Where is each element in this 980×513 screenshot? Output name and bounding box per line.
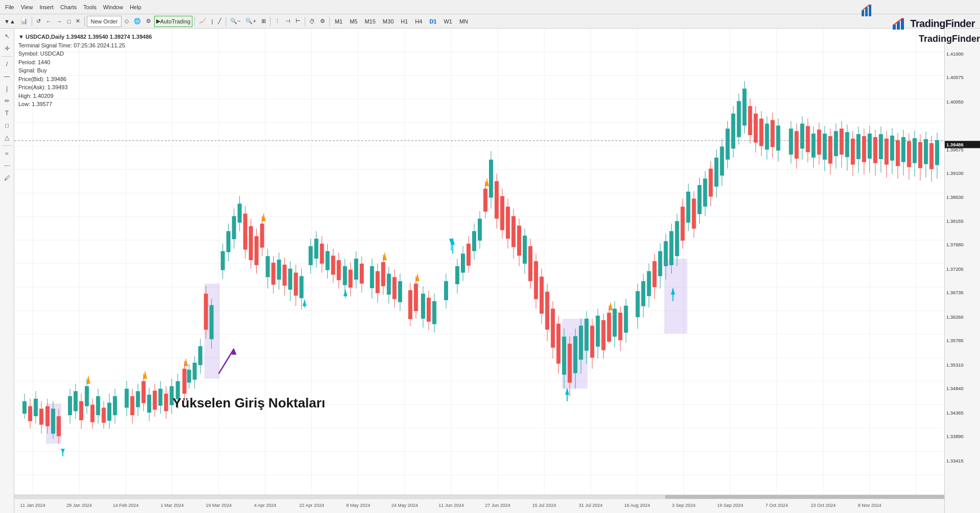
left-tool-5[interactable]: | xyxy=(2,83,13,94)
svg-rect-146 xyxy=(288,269,292,290)
menu-help[interactable]: Help xyxy=(127,1,144,13)
toolbar-zoom-out-btn[interactable]: 🔍− xyxy=(228,16,242,27)
toolbar-refresh-btn[interactable]: ↺ xyxy=(34,16,43,27)
menu-view[interactable]: View xyxy=(18,1,36,13)
svg-text:14 Feb 2024: 14 Feb 2024 xyxy=(113,503,139,508)
svg-rect-224 xyxy=(495,181,499,219)
left-tool-3[interactable]: / xyxy=(2,59,13,70)
chart-body: ▼ USDCAD,Daily 1.39482 1.39540 1.39274 1… xyxy=(14,29,944,513)
svg-rect-271 xyxy=(612,309,617,337)
toolbar-more2-btn[interactable]: ⊢ xyxy=(293,16,303,27)
svg-rect-81 xyxy=(125,389,129,407)
tf-w1[interactable]: W1 xyxy=(440,16,455,27)
svg-rect-312 xyxy=(726,129,730,160)
left-tool-2[interactable]: ✛ xyxy=(2,43,13,54)
left-tool-11[interactable]: ⋯ xyxy=(2,160,13,171)
svg-rect-71 xyxy=(90,405,94,422)
toolbar-bookmark-btn[interactable]: ◇ xyxy=(122,16,131,27)
menu-charts[interactable]: Charts xyxy=(57,1,80,13)
logo-text: TradingFinder xyxy=(919,34,980,44)
svg-text:1.37205: 1.37205 xyxy=(946,266,964,272)
svg-rect-130 xyxy=(249,226,253,260)
toolbar-settings-btn[interactable]: ⚙ xyxy=(318,16,327,27)
tf-m30[interactable]: M30 xyxy=(380,16,397,27)
svg-rect-354 xyxy=(851,139,855,165)
svg-rect-253 xyxy=(573,336,577,373)
tf-h1[interactable]: H1 xyxy=(398,16,411,27)
toolbar-line-btn[interactable]: ╱ xyxy=(216,16,224,27)
tf-m15[interactable]: M15 xyxy=(361,16,378,27)
svg-rect-126 xyxy=(237,203,241,222)
tf-h4[interactable]: H4 xyxy=(412,16,425,27)
auto-trading-btn[interactable]: ▶ AutoTrading xyxy=(154,16,193,27)
toolbar-indicator-btn[interactable]: ⋮ xyxy=(273,16,282,27)
toolbar-arrow-btn[interactable]: ▼▲ xyxy=(2,16,17,27)
svg-rect-259 xyxy=(584,319,589,351)
left-tool-8[interactable]: □ xyxy=(2,120,13,131)
auto-trading-label: AutoTrading xyxy=(160,18,191,24)
svg-rect-128 xyxy=(243,214,247,250)
svg-rect-53 xyxy=(45,406,50,426)
new-order-button[interactable]: New Order xyxy=(87,16,121,27)
toolbar-candle-btn[interactable]: 📈 xyxy=(197,16,208,27)
svg-rect-214 xyxy=(472,231,476,251)
svg-rect-158 xyxy=(320,244,324,264)
svg-rect-73 xyxy=(96,396,100,415)
left-tool-6[interactable]: ✏ xyxy=(2,95,13,107)
svg-rect-144 xyxy=(283,265,287,286)
svg-rect-97 xyxy=(164,394,168,411)
svg-rect-265 xyxy=(601,320,605,350)
tf-d1[interactable]: D1 xyxy=(426,16,439,27)
left-tool-1[interactable]: ↖ xyxy=(2,31,13,42)
time-axis-svg: 11 Jan 2024 29 Jan 2024 14 Feb 2024 1 Ma… xyxy=(14,499,944,513)
svg-rect-142 xyxy=(277,260,281,279)
svg-rect-285 xyxy=(658,251,662,276)
menu-file[interactable]: File xyxy=(2,1,17,13)
svg-rect-322 xyxy=(754,114,758,143)
tf-mn[interactable]: MN xyxy=(456,16,471,27)
toolbar-clock-btn[interactable]: ⏱ xyxy=(307,16,317,27)
svg-text:1.41000: 1.41000 xyxy=(946,50,964,56)
svg-rect-292 xyxy=(675,221,679,256)
toolbar-forward-btn[interactable]: → xyxy=(55,16,64,27)
svg-rect-65 xyxy=(79,401,83,420)
toolbar-globe-btn[interactable]: 🌐 xyxy=(132,16,143,27)
toolbar-back-btn[interactable]: ← xyxy=(44,16,54,27)
toolbar-zoom-in-btn[interactable]: 🔍+ xyxy=(243,16,258,27)
toolbar-x-btn[interactable]: ✕ xyxy=(74,16,82,27)
svg-rect-234 xyxy=(523,236,527,264)
chart-container: ↖ ✛ / — | ✏ T □ △ ≈ ⋯ 🖊 ▼ USDCAD,Daily 1… xyxy=(0,29,980,513)
toolbar-grid-btn[interactable]: ⊞ xyxy=(259,16,268,27)
left-tool-12[interactable]: 🖊 xyxy=(2,172,13,184)
svg-rect-101 xyxy=(176,381,180,399)
tf-m5[interactable]: M5 xyxy=(347,16,360,27)
toolbar-gear-btn[interactable]: ⚙ xyxy=(144,16,153,27)
svg-rect-44 xyxy=(22,401,27,414)
left-tool-9[interactable]: △ xyxy=(2,132,13,143)
svg-rect-120 xyxy=(220,251,225,270)
svg-rect-269 xyxy=(607,313,611,342)
menu-insert[interactable]: Insert xyxy=(36,1,57,13)
toolbar-square-btn[interactable]: □ xyxy=(65,16,73,27)
svg-text:1 Mar 2024: 1 Mar 2024 xyxy=(161,503,184,508)
svg-rect-230 xyxy=(511,216,516,247)
left-tool-10[interactable]: ≈ xyxy=(2,148,13,159)
separator-5 xyxy=(270,17,271,26)
left-tool-4[interactable]: — xyxy=(2,71,13,82)
svg-rect-232 xyxy=(517,225,521,255)
toolbar-bar-btn[interactable]: | xyxy=(209,16,215,27)
menu-tools[interactable]: Tools xyxy=(80,1,100,13)
svg-rect-148 xyxy=(294,273,298,296)
menu-window[interactable]: Window xyxy=(100,1,126,13)
svg-rect-194 xyxy=(414,284,418,311)
svg-rect-324 xyxy=(760,119,764,146)
svg-rect-124 xyxy=(232,216,236,239)
tf-m1[interactable]: M1 xyxy=(332,16,346,27)
left-tool-7[interactable]: T xyxy=(2,108,13,119)
toolbar-more1-btn[interactable]: ⊣ xyxy=(283,16,292,27)
toolbar-chart-btn[interactable]: 📊 xyxy=(18,16,30,27)
svg-rect-69 xyxy=(85,386,89,406)
bottom-scrollbar[interactable] xyxy=(14,495,944,499)
svg-rect-242 xyxy=(545,292,549,330)
svg-text:1.40050: 1.40050 xyxy=(946,98,964,104)
